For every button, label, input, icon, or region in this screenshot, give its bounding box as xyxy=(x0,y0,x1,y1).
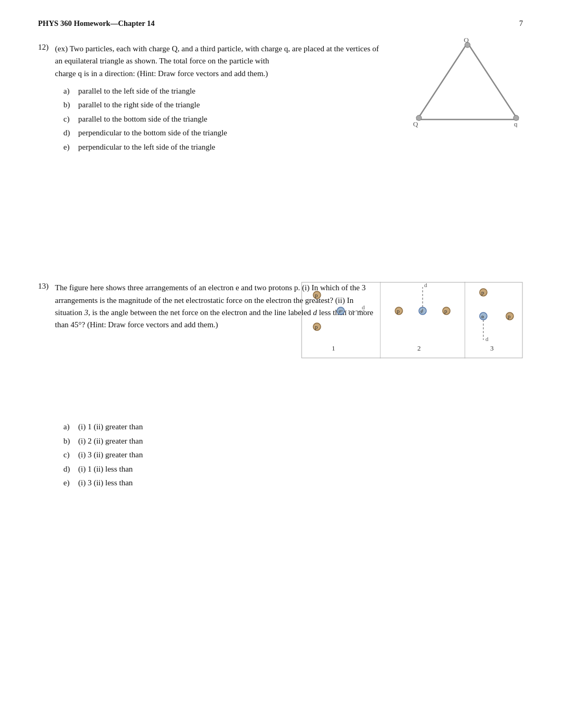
q12-text-e: perpendicular to the left side of the tr… xyxy=(78,141,215,153)
q12-number: 12) xyxy=(38,43,55,52)
svg-text:p: p xyxy=(315,324,318,330)
svg-text:p: p xyxy=(444,308,447,314)
q12-text-d: perpendicular to the bottom side of the … xyxy=(78,127,227,139)
svg-text:p: p xyxy=(315,292,318,298)
svg-text:p: p xyxy=(397,308,400,314)
triangle-figure: Q Q q xyxy=(412,38,523,127)
q13-text-e: (i) 3 (ii) less than xyxy=(78,477,133,489)
q13-choice-b: b) (i) 2 (ii) greater than xyxy=(63,435,523,447)
svg-point-5 xyxy=(416,115,422,121)
svg-marker-0 xyxy=(417,43,518,119)
header: PHYS 360 Homework—Chapter 14 7 xyxy=(38,19,523,28)
q13-text-a: (i) 1 (ii) greater than xyxy=(78,421,143,433)
q13-text-d: (i) 1 (ii) less than xyxy=(78,463,133,475)
svg-text:p: p xyxy=(481,289,484,296)
spacer xyxy=(38,176,523,282)
q12-text-b: parallel to the right side of the triang… xyxy=(78,99,200,111)
q12-choice-e: e) perpendicular to the left side of the… xyxy=(63,141,523,153)
svg-text:q: q xyxy=(514,120,518,127)
header-page: 7 xyxy=(519,19,523,28)
q13-line4: than 45°? (Hint: Draw force vectors and … xyxy=(55,320,218,329)
q12-label-e: e) xyxy=(63,141,78,153)
svg-text:1: 1 xyxy=(332,344,335,352)
svg-text:d: d xyxy=(485,336,489,342)
q13-number: 13) xyxy=(38,282,55,291)
q13-label-d: d) xyxy=(63,463,78,475)
q12-line3: charge q is in a direction: (Hint: Draw … xyxy=(55,69,268,78)
svg-point-4 xyxy=(465,42,470,48)
svg-text:2: 2 xyxy=(417,344,421,352)
q13-choice-e: e) (i) 3 (ii) less than xyxy=(63,477,523,489)
q13-choices: a) (i) 1 (ii) greater than b) (i) 2 (ii)… xyxy=(63,421,523,489)
q13-choice-c: c) (i) 3 (ii) greater than xyxy=(63,449,523,461)
svg-text:d: d xyxy=(424,282,427,288)
q12-choice-d: d) perpendicular to the bottom side of t… xyxy=(63,127,523,139)
q12-label-a: a) xyxy=(63,85,78,97)
q13-text-b: (i) 2 (ii) greater than xyxy=(78,435,143,447)
question-13: p e p d 1 p e p xyxy=(38,282,523,489)
svg-text:p: p xyxy=(508,313,511,319)
question-12: Q Q q 12) (ex) Two particles, each with … xyxy=(38,43,523,153)
q13-text-c: (i) 3 (ii) greater than xyxy=(78,449,143,461)
q13-label-b: b) xyxy=(63,435,78,447)
svg-text:Q: Q xyxy=(413,120,418,127)
header-title: PHYS 360 Homework—Chapter 14 xyxy=(38,19,155,28)
q13-label-e: e) xyxy=(63,477,78,489)
q13-label-c: c) xyxy=(63,449,78,461)
svg-point-6 xyxy=(513,115,519,121)
q12-label-d: d) xyxy=(63,127,78,139)
q12-line2: an equilateral triangle as shown. The to… xyxy=(55,57,269,65)
q13-choice-a: a) (i) 1 (ii) greater than xyxy=(63,421,523,433)
q12-text-a: parallel to the left side of the triangl… xyxy=(78,85,195,97)
q12-line1: (ex) Two particles, each with charge Q, … xyxy=(55,44,379,53)
particles-figure: p e p d 1 p e p xyxy=(301,282,523,366)
q13-label-a: a) xyxy=(63,421,78,433)
svg-text:3: 3 xyxy=(490,344,494,352)
page: PHYS 360 Homework—Chapter 14 7 Q Q q 12 xyxy=(0,0,561,728)
q12-label-b: b) xyxy=(63,99,78,111)
svg-text:d: d xyxy=(362,304,365,310)
q13-choice-d: d) (i) 1 (ii) less than xyxy=(63,463,523,475)
q12-text-c: parallel to the bottom side of the trian… xyxy=(78,113,208,125)
q12-label-c: c) xyxy=(63,113,78,125)
